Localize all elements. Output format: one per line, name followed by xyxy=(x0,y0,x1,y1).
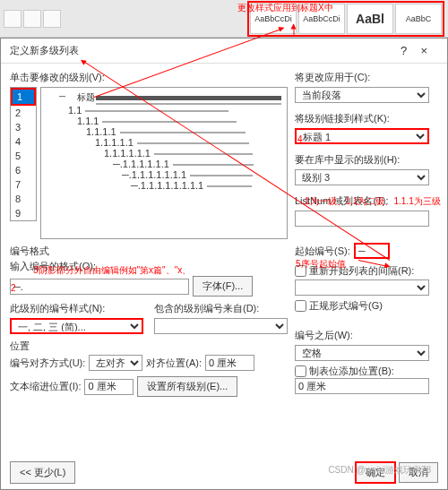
legal-checkbox[interactable] xyxy=(295,300,306,312)
level-list[interactable]: 1 2 3 4 5 6 7 8 9 xyxy=(10,87,37,221)
restart-label: 重新开始列表的间隔(R): xyxy=(309,264,414,278)
align-at-label: 对齐位置(A): xyxy=(146,357,202,370)
app-toolbar: AaBbCcDi AaBbCcDi AaBl AaBbC xyxy=(0,0,448,38)
tab-add-label: 制表位添加位置(B): xyxy=(309,365,394,378)
dialog-titlebar: 定义新多级列表 ? × xyxy=(1,39,447,64)
toolbar-button[interactable] xyxy=(43,10,61,28)
level-item[interactable]: 8 xyxy=(11,192,36,206)
start-at-label: 起始编号(S): xyxy=(295,245,350,258)
level-item[interactable]: 7 xyxy=(11,177,36,192)
font-button[interactable]: 字体(F)... xyxy=(193,276,253,297)
help-icon[interactable]: ? xyxy=(401,44,407,57)
include-from-label: 包含的级别编号来自(D): xyxy=(154,302,288,315)
number-format-section: 编号格式 xyxy=(10,245,288,258)
style-gallery: AaBbCcDi AaBbCcDi AaBl AaBbC xyxy=(247,1,444,37)
style-item[interactable]: AaBbCcDi xyxy=(250,4,297,34)
include-from-select[interactable] xyxy=(154,318,288,334)
follow-label: 编号之后(W): xyxy=(295,329,429,342)
tab-add-checkbox[interactable] xyxy=(295,365,306,377)
tab-add-input[interactable] xyxy=(295,378,429,394)
gallery-level-label: 要在库中显示的级别(H): xyxy=(295,153,429,167)
enter-format-label: 输入编号的格式(O): xyxy=(10,260,288,273)
gallery-level-select[interactable]: 级别 3 xyxy=(295,169,429,185)
apply-to-label: 将更改应用于(C): xyxy=(295,71,429,84)
less-button[interactable]: << 更少(L) xyxy=(10,461,75,484)
align-select[interactable]: 左对齐 xyxy=(89,355,142,371)
link-style-label: 将级别链接到样式(K): xyxy=(295,112,429,125)
restart-checkbox[interactable] xyxy=(295,265,306,277)
level-item[interactable]: 4 xyxy=(11,134,36,149)
apply-to-select[interactable]: 当前段落 xyxy=(295,87,429,103)
indent-label: 文本缩进位置(I): xyxy=(10,380,81,393)
level-item[interactable]: 1 xyxy=(11,88,36,106)
set-all-levels-button[interactable]: 设置所有级别(E)... xyxy=(137,376,237,397)
level-item[interactable]: 2 xyxy=(11,106,36,120)
start-at-input[interactable] xyxy=(354,243,390,259)
indent-input[interactable] xyxy=(84,379,134,395)
level-item[interactable]: 3 xyxy=(11,120,36,134)
style-item[interactable]: AaBl xyxy=(347,4,393,34)
click-level-label: 单击要修改的级别(V): xyxy=(10,71,288,84)
align-at-input[interactable] xyxy=(205,355,254,371)
legal-label: 正规形式编号(G) xyxy=(309,299,383,313)
link-style-select[interactable]: 标题 1 xyxy=(295,128,429,144)
listnum-input[interactable] xyxy=(295,211,429,227)
listnum-label: ListNum 域列表名(T): xyxy=(295,194,429,208)
restart-select[interactable] xyxy=(295,279,429,296)
align-label: 编号对齐方式(U): xyxy=(10,357,85,370)
style-item[interactable]: AaBbC xyxy=(395,4,442,34)
level-item[interactable]: 9 xyxy=(11,206,36,220)
level-item[interactable]: 6 xyxy=(11,163,36,177)
style-item[interactable]: AaBbCcDi xyxy=(298,4,345,34)
dialog-title: 定义新多级列表 xyxy=(10,44,79,57)
follow-select[interactable]: 空格 xyxy=(295,345,429,361)
multilevel-list-dialog: 定义新多级列表 ? × 单击要修改的级别(V): 1 2 3 4 5 6 7 8… xyxy=(0,38,448,490)
position-section: 位置 xyxy=(10,340,288,353)
list-preview: ─ 标题 1.1 1.1.1 1.1.1.1 1.1.1.1.1 1.1.1.1… xyxy=(40,87,288,239)
toolbar-button[interactable] xyxy=(4,10,22,28)
toolbar-button[interactable] xyxy=(23,10,41,28)
close-icon[interactable]: × xyxy=(420,44,427,57)
number-style-label: 此级别的编号样式(N): xyxy=(10,302,143,315)
number-format-input[interactable] xyxy=(10,279,189,295)
watermark: CSDN @weixi游戏玩家78 xyxy=(328,464,431,477)
number-style-select[interactable]: 一, 二, 三 (简)... xyxy=(10,318,143,334)
level-item[interactable]: 5 xyxy=(11,149,36,163)
